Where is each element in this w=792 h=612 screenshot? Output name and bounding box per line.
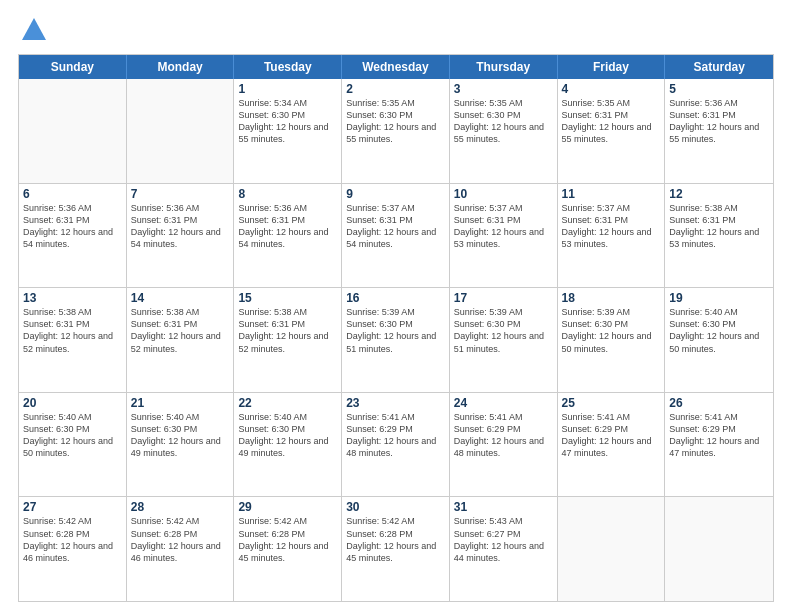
cal-cell: 3Sunrise: 5:35 AM Sunset: 6:30 PM Daylig… (450, 79, 558, 183)
cal-header-cell: Tuesday (234, 55, 342, 79)
cal-week-row: 1Sunrise: 5:34 AM Sunset: 6:30 PM Daylig… (19, 79, 773, 184)
cell-info: Sunrise: 5:43 AM Sunset: 6:27 PM Dayligh… (454, 515, 553, 564)
day-number: 27 (23, 500, 122, 514)
day-number: 6 (23, 187, 122, 201)
cal-cell: 20Sunrise: 5:40 AM Sunset: 6:30 PM Dayli… (19, 393, 127, 497)
cell-info: Sunrise: 5:41 AM Sunset: 6:29 PM Dayligh… (346, 411, 445, 460)
calendar-header-row: SundayMondayTuesdayWednesdayThursdayFrid… (19, 55, 773, 79)
cell-info: Sunrise: 5:40 AM Sunset: 6:30 PM Dayligh… (238, 411, 337, 460)
cell-info: Sunrise: 5:36 AM Sunset: 6:31 PM Dayligh… (23, 202, 122, 251)
cal-cell: 25Sunrise: 5:41 AM Sunset: 6:29 PM Dayli… (558, 393, 666, 497)
cal-cell: 6Sunrise: 5:36 AM Sunset: 6:31 PM Daylig… (19, 184, 127, 288)
day-number: 21 (131, 396, 230, 410)
cell-info: Sunrise: 5:39 AM Sunset: 6:30 PM Dayligh… (346, 306, 445, 355)
day-number: 4 (562, 82, 661, 96)
cal-cell: 26Sunrise: 5:41 AM Sunset: 6:29 PM Dayli… (665, 393, 773, 497)
cell-info: Sunrise: 5:38 AM Sunset: 6:31 PM Dayligh… (23, 306, 122, 355)
cal-cell: 30Sunrise: 5:42 AM Sunset: 6:28 PM Dayli… (342, 497, 450, 601)
cell-info: Sunrise: 5:37 AM Sunset: 6:31 PM Dayligh… (562, 202, 661, 251)
cell-info: Sunrise: 5:38 AM Sunset: 6:31 PM Dayligh… (131, 306, 230, 355)
day-number: 14 (131, 291, 230, 305)
logo (18, 18, 48, 44)
cal-cell: 18Sunrise: 5:39 AM Sunset: 6:30 PM Dayli… (558, 288, 666, 392)
cell-info: Sunrise: 5:40 AM Sunset: 6:30 PM Dayligh… (131, 411, 230, 460)
day-number: 9 (346, 187, 445, 201)
cell-info: Sunrise: 5:37 AM Sunset: 6:31 PM Dayligh… (346, 202, 445, 251)
cell-info: Sunrise: 5:42 AM Sunset: 6:28 PM Dayligh… (23, 515, 122, 564)
day-number: 25 (562, 396, 661, 410)
day-number: 12 (669, 187, 769, 201)
cell-info: Sunrise: 5:41 AM Sunset: 6:29 PM Dayligh… (454, 411, 553, 460)
day-number: 23 (346, 396, 445, 410)
cal-cell: 21Sunrise: 5:40 AM Sunset: 6:30 PM Dayli… (127, 393, 235, 497)
cal-cell: 31Sunrise: 5:43 AM Sunset: 6:27 PM Dayli… (450, 497, 558, 601)
day-number: 28 (131, 500, 230, 514)
day-number: 18 (562, 291, 661, 305)
cal-header-cell: Thursday (450, 55, 558, 79)
cal-cell: 22Sunrise: 5:40 AM Sunset: 6:30 PM Dayli… (234, 393, 342, 497)
day-number: 10 (454, 187, 553, 201)
day-number: 31 (454, 500, 553, 514)
cal-cell: 14Sunrise: 5:38 AM Sunset: 6:31 PM Dayli… (127, 288, 235, 392)
page: SundayMondayTuesdayWednesdayThursdayFrid… (0, 0, 792, 612)
cal-cell: 29Sunrise: 5:42 AM Sunset: 6:28 PM Dayli… (234, 497, 342, 601)
day-number: 1 (238, 82, 337, 96)
cal-header-cell: Friday (558, 55, 666, 79)
day-number: 15 (238, 291, 337, 305)
day-number: 17 (454, 291, 553, 305)
cal-cell: 8Sunrise: 5:36 AM Sunset: 6:31 PM Daylig… (234, 184, 342, 288)
cell-info: Sunrise: 5:37 AM Sunset: 6:31 PM Dayligh… (454, 202, 553, 251)
cell-info: Sunrise: 5:36 AM Sunset: 6:31 PM Dayligh… (669, 97, 769, 146)
cell-info: Sunrise: 5:36 AM Sunset: 6:31 PM Dayligh… (131, 202, 230, 251)
day-number: 29 (238, 500, 337, 514)
day-number: 26 (669, 396, 769, 410)
cal-cell (558, 497, 666, 601)
cell-info: Sunrise: 5:34 AM Sunset: 6:30 PM Dayligh… (238, 97, 337, 146)
cal-cell: 11Sunrise: 5:37 AM Sunset: 6:31 PM Dayli… (558, 184, 666, 288)
day-number: 5 (669, 82, 769, 96)
cal-cell: 5Sunrise: 5:36 AM Sunset: 6:31 PM Daylig… (665, 79, 773, 183)
cal-cell: 15Sunrise: 5:38 AM Sunset: 6:31 PM Dayli… (234, 288, 342, 392)
cell-info: Sunrise: 5:42 AM Sunset: 6:28 PM Dayligh… (238, 515, 337, 564)
cal-cell: 16Sunrise: 5:39 AM Sunset: 6:30 PM Dayli… (342, 288, 450, 392)
day-number: 20 (23, 396, 122, 410)
calendar: SundayMondayTuesdayWednesdayThursdayFrid… (18, 54, 774, 602)
cell-info: Sunrise: 5:41 AM Sunset: 6:29 PM Dayligh… (562, 411, 661, 460)
calendar-body: 1Sunrise: 5:34 AM Sunset: 6:30 PM Daylig… (19, 79, 773, 601)
cell-info: Sunrise: 5:40 AM Sunset: 6:30 PM Dayligh… (669, 306, 769, 355)
cell-info: Sunrise: 5:41 AM Sunset: 6:29 PM Dayligh… (669, 411, 769, 460)
cal-cell: 2Sunrise: 5:35 AM Sunset: 6:30 PM Daylig… (342, 79, 450, 183)
cal-cell: 4Sunrise: 5:35 AM Sunset: 6:31 PM Daylig… (558, 79, 666, 183)
day-number: 30 (346, 500, 445, 514)
cal-cell: 19Sunrise: 5:40 AM Sunset: 6:30 PM Dayli… (665, 288, 773, 392)
cal-cell: 23Sunrise: 5:41 AM Sunset: 6:29 PM Dayli… (342, 393, 450, 497)
cal-cell: 10Sunrise: 5:37 AM Sunset: 6:31 PM Dayli… (450, 184, 558, 288)
day-number: 2 (346, 82, 445, 96)
cal-header-cell: Saturday (665, 55, 773, 79)
cell-info: Sunrise: 5:35 AM Sunset: 6:31 PM Dayligh… (562, 97, 661, 146)
cal-week-row: 20Sunrise: 5:40 AM Sunset: 6:30 PM Dayli… (19, 393, 773, 498)
cal-cell: 28Sunrise: 5:42 AM Sunset: 6:28 PM Dayli… (127, 497, 235, 601)
cal-cell (665, 497, 773, 601)
day-number: 13 (23, 291, 122, 305)
cal-week-row: 13Sunrise: 5:38 AM Sunset: 6:31 PM Dayli… (19, 288, 773, 393)
cal-cell (19, 79, 127, 183)
cal-cell: 13Sunrise: 5:38 AM Sunset: 6:31 PM Dayli… (19, 288, 127, 392)
cal-week-row: 6Sunrise: 5:36 AM Sunset: 6:31 PM Daylig… (19, 184, 773, 289)
cell-info: Sunrise: 5:39 AM Sunset: 6:30 PM Dayligh… (454, 306, 553, 355)
cell-info: Sunrise: 5:39 AM Sunset: 6:30 PM Dayligh… (562, 306, 661, 355)
cal-header-cell: Monday (127, 55, 235, 79)
cal-header-cell: Sunday (19, 55, 127, 79)
day-number: 22 (238, 396, 337, 410)
cell-info: Sunrise: 5:38 AM Sunset: 6:31 PM Dayligh… (669, 202, 769, 251)
cal-header-cell: Wednesday (342, 55, 450, 79)
day-number: 8 (238, 187, 337, 201)
day-number: 3 (454, 82, 553, 96)
cell-info: Sunrise: 5:35 AM Sunset: 6:30 PM Dayligh… (346, 97, 445, 146)
day-number: 11 (562, 187, 661, 201)
logo-icon (20, 16, 48, 44)
day-number: 19 (669, 291, 769, 305)
cell-info: Sunrise: 5:38 AM Sunset: 6:31 PM Dayligh… (238, 306, 337, 355)
cell-info: Sunrise: 5:35 AM Sunset: 6:30 PM Dayligh… (454, 97, 553, 146)
cal-cell: 27Sunrise: 5:42 AM Sunset: 6:28 PM Dayli… (19, 497, 127, 601)
